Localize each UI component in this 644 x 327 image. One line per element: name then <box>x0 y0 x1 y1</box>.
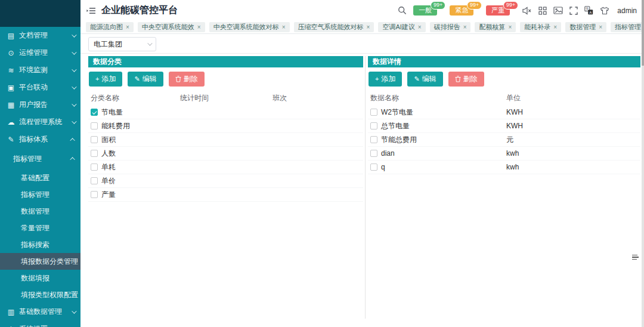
tab-label: 中央空调系统能效 <box>142 23 194 32</box>
tab[interactable]: 能耗补录× <box>520 22 561 32</box>
tab[interactable]: 空调AI建议× <box>378 22 425 32</box>
tab[interactable]: 中央空调系统能效× <box>138 22 205 32</box>
table-row[interactable]: 总节电量KWH <box>368 119 640 133</box>
tab[interactable]: 配额核算× <box>475 22 516 32</box>
table-row[interactable]: diankwh <box>368 147 640 161</box>
table-row[interactable]: 节电量 <box>88 106 363 119</box>
tab[interactable]: 指标管理× <box>611 22 644 32</box>
sidebar-item[interactable]: 填报类型权限配置 <box>0 286 80 303</box>
tab[interactable]: 数据管理× <box>565 22 606 32</box>
row-checkbox[interactable] <box>91 177 98 184</box>
row-checkbox[interactable] <box>370 122 377 129</box>
table-row[interactable]: 单耗 <box>88 161 363 174</box>
sidebar-item[interactable]: 数据管理 <box>0 203 80 220</box>
fullscreen-icon[interactable] <box>569 7 578 15</box>
sidebar-item[interactable]: ▦用户报告 <box>0 96 80 113</box>
sidebar-item[interactable]: 指标管理 <box>0 148 80 169</box>
sidebar-item-label: 数据管理 <box>21 206 49 217</box>
sidebar-item-label: 文档管理 <box>19 30 48 41</box>
tab[interactable]: 压缩空气系统能效对标× <box>294 22 374 32</box>
table-row[interactable]: qkwh <box>368 161 640 174</box>
row-checkbox[interactable] <box>370 136 377 143</box>
tab[interactable]: 碳排报告× <box>430 22 471 32</box>
row-label: q <box>381 163 385 171</box>
alert-badge-severe[interactable]: 严重 99+ <box>486 5 510 16</box>
window-scrollbar[interactable] <box>642 0 644 327</box>
row-checkbox[interactable] <box>91 150 98 157</box>
table-row[interactable]: 面积 <box>88 133 363 147</box>
sidebar-item[interactable]: ⊙运维管理 <box>0 44 80 61</box>
row-checkbox[interactable] <box>91 136 98 143</box>
scrollbar-thumb[interactable] <box>642 0 644 66</box>
table-row[interactable]: 人数 <box>88 147 363 161</box>
add-button[interactable]: + 添加 <box>369 72 402 87</box>
sidebar-item[interactable]: 数据填报 <box>0 270 80 286</box>
table-row[interactable]: W2节电量KWH <box>368 106 640 119</box>
sidebar-item[interactable]: ≋环境监测 <box>0 61 80 79</box>
sidebar-item-label: 系统设置 <box>19 324 48 327</box>
row-checkbox[interactable] <box>91 164 98 171</box>
sidebar-item[interactable]: 指标搜索 <box>0 236 80 253</box>
drag-handle-icon[interactable] <box>632 254 639 261</box>
grid-apps-icon[interactable] <box>538 7 547 15</box>
report-icon: ▦ <box>6 101 16 109</box>
row-checkbox[interactable] <box>370 164 377 171</box>
left-toolbar: + 添加 ✎ 编辑 删除 <box>88 67 363 90</box>
tab-close-icon[interactable]: × <box>197 24 201 30</box>
sidebar-item[interactable]: 常量管理 <box>0 220 80 236</box>
tab-close-icon[interactable]: × <box>418 24 422 30</box>
sidebar-item-label: 流程管理系统 <box>19 117 62 127</box>
row-checkbox[interactable] <box>370 109 377 116</box>
table-row[interactable]: 产量 <box>88 188 363 202</box>
tab-close-icon[interactable]: × <box>553 24 557 30</box>
alert-badge-normal[interactable]: 一般 99+ <box>413 5 437 16</box>
table-row[interactable]: 节能总费用元 <box>368 133 640 147</box>
row-checkbox[interactable] <box>91 109 98 116</box>
sidebar-item[interactable]: ▥基础数据管理 <box>0 303 80 320</box>
tab-close-icon[interactable]: × <box>599 24 602 30</box>
image-icon[interactable] <box>553 7 563 14</box>
add-button[interactable]: + 添加 <box>89 72 122 87</box>
table-row[interactable]: 单价 <box>88 174 363 188</box>
tab-close-icon[interactable]: × <box>367 24 370 30</box>
delete-button[interactable]: 删除 <box>169 72 205 87</box>
table-row[interactable]: 能耗费用 <box>88 119 363 133</box>
collapse-menu-icon[interactable] <box>86 7 96 15</box>
sidebar-item[interactable]: ✎指标体系 <box>0 131 80 148</box>
org-select[interactable]: 电工集团 <box>88 37 156 51</box>
alert-badge-urgent[interactable]: 紧急 99+ <box>450 5 473 16</box>
row-checkbox[interactable] <box>370 150 377 157</box>
sidebar-item[interactable]: ☁流程管理系统 <box>0 113 80 131</box>
tab-close-icon[interactable]: × <box>508 24 512 30</box>
sidebar-item[interactable]: 指标管理 <box>0 186 80 203</box>
delete-button[interactable]: 删除 <box>448 72 484 87</box>
sidebar-item[interactable]: ⚙系统设置 <box>0 320 80 327</box>
row-label: 单价 <box>101 176 116 186</box>
chevron-down-icon <box>72 50 76 54</box>
chevron-down-icon <box>72 84 76 89</box>
user-menu[interactable]: admin <box>617 7 637 15</box>
mute-icon[interactable] <box>522 7 532 15</box>
sidebar-item[interactable]: 填报数据分类管理 <box>0 253 80 270</box>
language-switch-icon[interactable]: 文 A <box>584 6 593 15</box>
panel-title-bar: 数据分类 <box>88 56 363 67</box>
category-name-cell: 能耗费用 <box>91 121 180 131</box>
sidebar-item[interactable]: ▤文档管理 <box>0 27 80 44</box>
edit-button[interactable]: ✎ 编辑 <box>128 72 163 87</box>
sidebar: ▤文档管理⊙运维管理≋环境监测▣平台联动▦用户报告☁流程管理系统✎指标体系指标管… <box>0 0 80 327</box>
row-label: W2节电量 <box>381 107 413 118</box>
tab-close-icon[interactable]: × <box>126 24 129 30</box>
tab-close-icon[interactable]: × <box>463 24 467 30</box>
tab[interactable]: 中央空调系统能效对标× <box>209 22 290 32</box>
sidebar-item[interactable]: ▣平台联动 <box>0 79 80 96</box>
tab[interactable]: 能源流向图× <box>86 22 134 32</box>
search-icon[interactable] <box>398 6 407 15</box>
category-name-cell: 单耗 <box>91 162 180 172</box>
row-checkbox[interactable] <box>91 191 98 198</box>
edit-button[interactable]: ✎ 编辑 <box>407 72 442 87</box>
sidebar-item[interactable]: 基础配置 <box>0 169 80 186</box>
theme-shirt-icon[interactable] <box>600 7 609 15</box>
row-checkbox[interactable] <box>91 122 98 129</box>
row-label: dian <box>381 149 395 158</box>
tab-close-icon[interactable]: × <box>282 24 286 30</box>
